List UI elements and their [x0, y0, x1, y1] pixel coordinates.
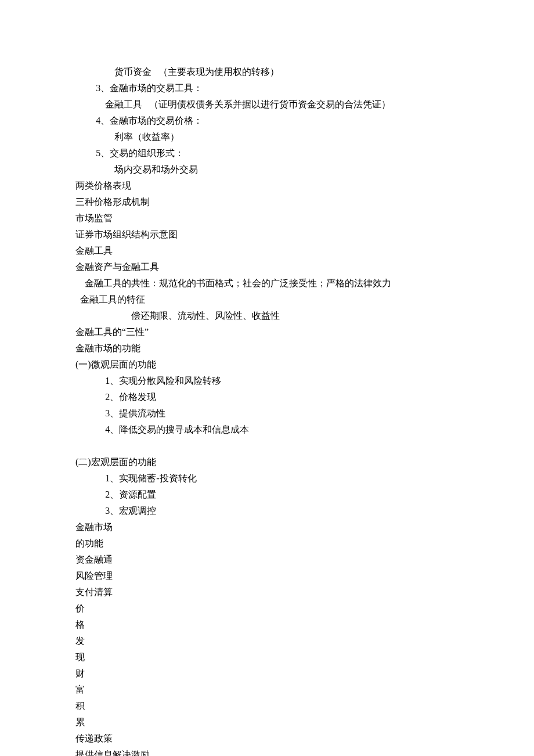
- text-line: 1、实现分散风险和风险转移: [75, 373, 459, 389]
- text-line: 5、交易的组织形式：: [75, 145, 459, 161]
- text-line: 金融资产与金融工具: [75, 259, 459, 275]
- text-line: 价: [75, 600, 459, 617]
- text-line: 富: [75, 682, 459, 698]
- text-line: 货币资金 （主要表现为使用权的转移）: [75, 64, 459, 80]
- text-line: 支付清算: [75, 584, 459, 600]
- text-line: 两类价格表现: [75, 178, 459, 194]
- text-line: 2、价格发现: [75, 389, 459, 405]
- document-page: 货币资金 （主要表现为使用权的转移）3、金融市场的交易工具：金融工具 （证明债权…: [0, 0, 534, 756]
- text-line: 三种价格形成机制: [75, 194, 459, 210]
- text-line: (一)微观层面的功能: [75, 357, 459, 373]
- text-line: 金融工具的共性：规范化的书面格式；社会的广泛接受性；严格的法律效力: [75, 275, 459, 291]
- text-line: 资金融通: [75, 552, 459, 568]
- text-line: 场内交易和场外交易: [75, 161, 459, 178]
- text-line: 金融市场: [75, 519, 459, 535]
- text-line: 累: [75, 714, 459, 730]
- text-line: 4、金融市场的交易价格：: [75, 113, 459, 129]
- text-line: 金融工具 （证明债权债务关系并据以进行货币资金交易的合法凭证）: [75, 96, 459, 113]
- text-line: 金融工具的特征: [75, 291, 459, 308]
- text-line: 的功能: [75, 535, 459, 552]
- text-line: 现: [75, 649, 459, 665]
- text-line: 利率（收益率）: [75, 129, 459, 145]
- text-line: [75, 438, 459, 454]
- text-line: 风险管理: [75, 568, 459, 584]
- text-line: 3、金融市场的交易工具：: [75, 80, 459, 96]
- text-line: (二)宏观层面的功能: [75, 454, 459, 470]
- text-line: 金融工具的“三性”: [75, 324, 459, 340]
- text-line: 提供信息解决激励: [75, 747, 459, 756]
- text-line: 偿还期限、流动性、风险性、收益性: [75, 308, 459, 324]
- text-line: 市场监管: [75, 210, 459, 226]
- text-line: 金融市场的功能: [75, 340, 459, 357]
- text-line: 积: [75, 698, 459, 714]
- text-line: 格: [75, 617, 459, 633]
- text-line: 2、资源配置: [75, 487, 459, 503]
- text-line: 财: [75, 665, 459, 682]
- text-line: 发: [75, 633, 459, 649]
- text-line: 金融工具: [75, 243, 459, 259]
- text-line: 4、降低交易的搜寻成本和信息成本: [75, 422, 459, 438]
- text-line: 3、宏观调控: [75, 503, 459, 519]
- text-line: 传递政策: [75, 730, 459, 747]
- text-line: 1、实现储蓄-投资转化: [75, 470, 459, 487]
- text-line: 3、提供流动性: [75, 405, 459, 422]
- text-line: 证券市场组织结构示意图: [75, 226, 459, 243]
